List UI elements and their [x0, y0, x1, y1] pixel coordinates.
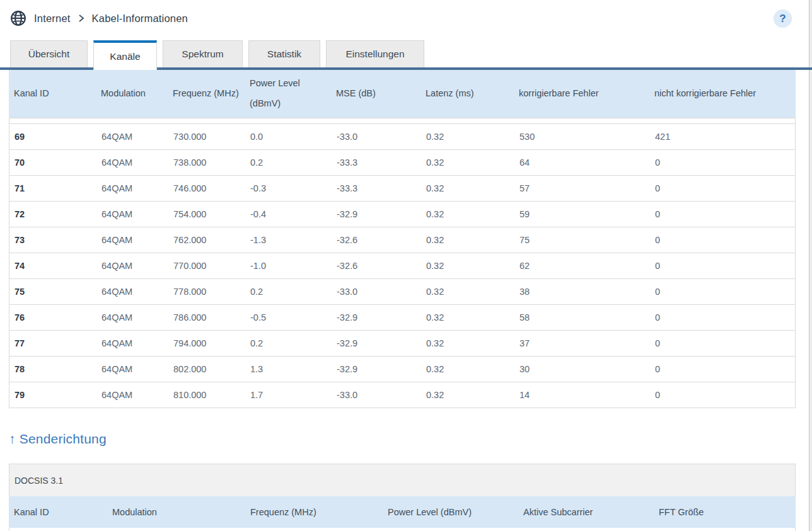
tab-spektrum[interactable]: Spektrum	[163, 40, 243, 67]
cell-nicht-korrigierbare-fehler: 421	[650, 132, 795, 142]
cell-modulation: 64QAM	[96, 312, 168, 323]
cell-korrigierbare-fehler: 58	[514, 312, 650, 323]
tab-bar: Übersicht Kanäle Spektrum Statistik Eins…	[0, 38, 812, 67]
table-row: 70 64QAM 738.000 0.2 -33.3 0.32 64 0	[9, 150, 795, 176]
tab-uebersicht[interactable]: Übersicht	[10, 40, 88, 67]
column-header-fft-groesse: FFT Größe	[654, 507, 796, 517]
cell-power-level: -0.3	[245, 183, 332, 193]
cell-nicht-korrigierbare-fehler: 0	[650, 183, 795, 193]
cell-kanal-id: 78	[9, 364, 96, 374]
empfang-table-body[interactable]: 69 64QAM 730.000 0.0 -33.0 0.32 530 421 …	[9, 118, 796, 408]
column-header-modulation: Modulation	[96, 84, 168, 104]
tab-kanaele[interactable]: Kanäle	[93, 40, 157, 70]
tab-statistik[interactable]: Statistik	[248, 40, 320, 67]
table-row: 77 64QAM 794.000 0.2 -32.9 0.32 37 0	[9, 331, 795, 357]
cell-power-level: -0.5	[245, 312, 332, 323]
cell-korrigierbare-fehler: 75	[514, 235, 650, 245]
tab-einstellungen[interactable]: Einstellungen	[326, 40, 424, 67]
cell-korrigierbare-fehler: 14	[514, 390, 650, 400]
table-row: 72 64QAM 754.000 -0.4 -32.9 0.32 59 0	[9, 202, 795, 227]
cell-nicht-korrigierbare-fehler: 0	[650, 235, 795, 245]
cell-latenz: 0.32	[421, 209, 514, 219]
cell-korrigierbare-fehler: 37	[514, 338, 650, 348]
cell-mse: -32.9	[332, 209, 421, 219]
breadcrumb: Internet Kabel-Informationen	[10, 10, 188, 26]
cell-modulation: 64QAM	[96, 390, 168, 400]
cell-korrigierbare-fehler: 530	[514, 132, 650, 142]
column-header-frequenz: Frequenz (MHz)	[168, 84, 245, 104]
cell-latenz: 0.32	[421, 157, 514, 168]
cell-mse: -33.3	[332, 157, 421, 168]
cell-kanal-id: 73	[9, 235, 96, 245]
column-header-frequenz: Frequenz (MHz)	[245, 507, 383, 517]
cell-nicht-korrigierbare-fehler: 0	[650, 287, 795, 297]
cell-latenz: 0.32	[421, 287, 514, 297]
cell-power-level: -1.3	[245, 235, 332, 245]
cell-modulation: 64QAM	[96, 261, 168, 271]
cell-mse: -32.6	[332, 261, 421, 271]
cell-kanal-id: 70	[9, 157, 96, 168]
breadcrumb-item-kabel-informationen: Kabel-Informationen	[92, 13, 188, 25]
docsis-group-header: DOCSIS 3.1	[9, 464, 796, 496]
column-header-power-level: Power Level (dBmV)	[383, 507, 518, 517]
table-row: 73 64QAM 762.000 -1.3 -32.6 0.32 75 0	[9, 227, 795, 253]
cell-mse: -32.9	[332, 312, 421, 323]
cell-nicht-korrigierbare-fehler: 0	[650, 209, 795, 219]
cell-mse: -32.9	[332, 364, 421, 374]
column-header-kanal-id: Kanal ID	[9, 507, 107, 517]
cell-modulation: 64QAM	[96, 235, 168, 245]
cell-frequenz: 738.000	[168, 157, 245, 168]
cell-latenz: 0.32	[421, 132, 514, 142]
cell-korrigierbare-fehler: 30	[514, 364, 650, 374]
column-header-korrigierbare-fehler: korrigierbare Fehler	[514, 84, 649, 104]
cell-latenz: 0.32	[421, 183, 514, 193]
cell-kanal-id: 72	[9, 209, 96, 219]
table-row: 69 64QAM 730.000 0.0 -33.0 0.32 530 421	[9, 124, 795, 150]
column-header-mse: MSE (dB)	[331, 84, 420, 104]
cell-modulation: 64QAM	[96, 183, 168, 193]
cell-power-level: 0.0	[245, 132, 332, 142]
cell-mse: -32.6	[332, 235, 421, 245]
senderichtung-table-header: Kanal ID Modulation Frequenz (MHz) Power…	[9, 496, 796, 528]
docsis-label: DOCSIS 3.1	[9, 476, 63, 486]
column-header-latenz: Latenz (ms)	[420, 84, 514, 104]
cell-latenz: 0.32	[421, 261, 514, 271]
cell-frequenz: 778.000	[168, 287, 245, 297]
cell-mse: -33.0	[332, 132, 421, 142]
column-header-nicht-korrigierbare-fehler: nicht korrigierbare Fehler	[649, 84, 796, 104]
cell-nicht-korrigierbare-fehler: 0	[650, 364, 795, 374]
cell-frequenz: 786.000	[168, 312, 245, 323]
cell-korrigierbare-fehler: 57	[514, 183, 650, 193]
cell-modulation: 64QAM	[96, 209, 168, 219]
table-row: 71 64QAM 746.000 -0.3 -33.3 0.32 57 0	[9, 176, 795, 202]
help-button[interactable]: ?	[774, 9, 792, 28]
cell-nicht-korrigierbare-fehler: 0	[650, 157, 795, 168]
cell-modulation: 64QAM	[96, 132, 168, 142]
cell-power-level: 0.2	[245, 157, 332, 168]
page-scrollbar[interactable]	[809, 0, 812, 531]
cell-nicht-korrigierbare-fehler: 0	[650, 312, 795, 323]
cell-frequenz: 746.000	[168, 183, 245, 193]
cell-frequenz: 802.000	[168, 364, 245, 374]
cell-mse: -32.9	[332, 338, 421, 348]
cell-korrigierbare-fehler: 38	[514, 287, 650, 297]
cell-frequenz: 810.000	[168, 390, 245, 400]
cell-power-level: 1.3	[245, 364, 332, 374]
cell-latenz: 0.32	[421, 390, 514, 400]
cell-korrigierbare-fehler: 62	[514, 261, 650, 271]
cell-power-level: 0.2	[245, 338, 332, 348]
column-header-power-level: Power Level (dBmV)	[245, 74, 313, 114]
cell-latenz: 0.32	[421, 338, 514, 348]
column-header-aktive-subcarrier: Aktive Subcarrier	[518, 507, 654, 517]
cell-power-level: -0.4	[245, 209, 332, 219]
cell-kanal-id: 74	[9, 261, 96, 271]
table-row: 74 64QAM 770.000 -1.0 -32.6 0.32 62 0	[9, 253, 795, 279]
cell-latenz: 0.32	[421, 312, 514, 323]
breadcrumb-item-internet[interactable]: Internet	[34, 13, 71, 25]
cell-kanal-id: 77	[9, 338, 96, 348]
cell-mse: -33.0	[332, 287, 421, 297]
cell-latenz: 0.32	[421, 364, 514, 374]
cell-modulation: 64QAM	[96, 287, 168, 297]
cell-kanal-id: 71	[9, 183, 96, 193]
table-row: 78 64QAM 802.000 1.3 -32.9 0.32 30 0	[9, 357, 795, 382]
